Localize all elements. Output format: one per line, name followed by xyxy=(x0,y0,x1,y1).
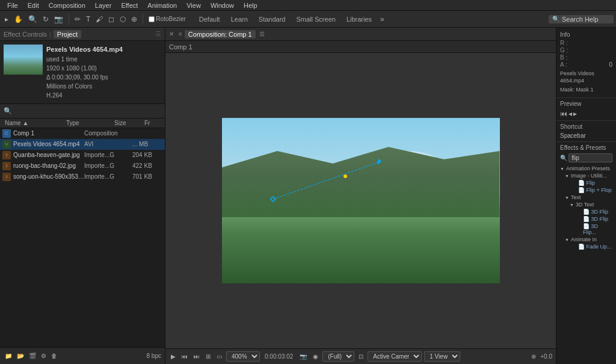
workspace-small-screen[interactable]: Small Screen xyxy=(291,14,340,24)
tool-pen[interactable]: ✏ xyxy=(72,14,83,25)
info-a-row: A : 0 xyxy=(560,61,612,68)
preview-prev-frame-btn[interactable]: ◂ xyxy=(568,110,572,118)
preview-first-btn[interactable]: ⏮ xyxy=(560,110,567,118)
preview-section: Preview ⏮ ◂ ▸ xyxy=(556,98,616,121)
tool-eraser[interactable]: ◻ xyxy=(106,14,117,25)
panel-icon: ≡ xyxy=(179,31,182,37)
preview-prev-btn[interactable]: ⏮ xyxy=(180,353,189,360)
delete-btn[interactable]: 🗑 xyxy=(50,351,58,360)
rotobezier-checkbox[interactable] xyxy=(149,16,155,22)
tree-animate-in[interactable]: Animate In xyxy=(565,236,612,243)
grid-btn[interactable]: ⊞ xyxy=(204,353,212,360)
menu-view[interactable]: View xyxy=(182,2,206,9)
workspace-default[interactable]: Default xyxy=(194,14,225,24)
menu-effect[interactable]: Effect xyxy=(116,2,143,9)
zoom-dropdown[interactable]: 400% xyxy=(226,351,260,362)
search-input[interactable] xyxy=(562,16,610,23)
file-row-name: Pexels Videos 4654.mp4 xyxy=(13,141,84,147)
quality-dropdown[interactable]: (Full) xyxy=(322,351,354,362)
settings-btn[interactable]: ⚙ xyxy=(40,351,48,360)
list-item[interactable]: I song-uon-khuc-590x353.jpg Importe...G … xyxy=(0,171,165,182)
viewer-canvas[interactable] xyxy=(222,118,500,283)
col-header-size[interactable]: Size xyxy=(114,120,144,126)
rotobezier-toggle[interactable]: RotoBezier xyxy=(146,14,188,23)
workspace-more[interactable]: » xyxy=(378,14,387,25)
triangle-open-icon xyxy=(565,194,569,200)
tree-animate-children: 📄 Fade Up... xyxy=(565,243,612,250)
preview-next-frame-btn[interactable]: ▸ xyxy=(573,110,577,118)
effects-search-input[interactable] xyxy=(568,153,612,162)
new-comp-btn[interactable]: 📁 xyxy=(4,351,13,360)
project-search-input[interactable] xyxy=(14,107,161,114)
res-btn[interactable]: ⊡ xyxy=(357,353,365,360)
tree-leaf-fadeup[interactable]: 📄 Fade Up... xyxy=(570,243,612,250)
panel-menu-btn[interactable]: ☰ xyxy=(155,30,161,38)
tree-leaf-3dflip1[interactable]: 📄 3D Flip xyxy=(574,208,612,215)
tree-animation-presets[interactable]: Animation Presets xyxy=(560,165,612,172)
search-icon: 🔍 xyxy=(552,16,559,22)
project-tab[interactable]: Project xyxy=(54,30,81,39)
tool-puppet[interactable]: ⊕ xyxy=(129,14,140,25)
tool-text[interactable]: T xyxy=(84,14,93,25)
list-item[interactable]: I Quanba-heaven-gate.jpg Importe...G 204… xyxy=(0,150,165,161)
snapshot-btn[interactable]: 📷 xyxy=(298,353,309,360)
workspace-libraries[interactable]: Libraries xyxy=(342,14,377,24)
tree-leaf-3dflip3[interactable]: 📄 3D Flip... xyxy=(574,223,612,236)
shortcut-value: Spacebar xyxy=(560,132,612,139)
triangle-open-icon xyxy=(570,202,574,208)
tool-camera[interactable]: 📷 xyxy=(52,14,66,25)
tool-roto[interactable]: ⬡ xyxy=(117,14,128,25)
triangle-open-icon xyxy=(565,236,569,242)
panel-close-btn[interactable]: ✕ xyxy=(169,31,174,37)
comp-icon: C xyxy=(2,129,11,138)
file-codec: H.264 xyxy=(46,91,123,100)
panel-header-project: Effect Controls | Project ☰ xyxy=(0,28,165,41)
menu-window[interactable]: Window xyxy=(206,2,239,9)
file-duration: Δ 0:00:30;09, 30.00 fps xyxy=(46,73,123,82)
menu-file[interactable]: File xyxy=(2,2,23,9)
main-layout: Effect Controls | Project ☰ Pexels Video… xyxy=(0,28,616,364)
tree-leaf-flip-flop[interactable]: 📄 Flip + Flop xyxy=(570,187,612,194)
new-item-btn[interactable]: 🎬 xyxy=(28,351,37,360)
tree-image-utilities-item[interactable]: Image - Utiliti... xyxy=(565,172,612,179)
tool-zoom[interactable]: 🔍 xyxy=(26,14,40,25)
info-filename: Pexels Videos 4654.mp4 xyxy=(560,70,612,84)
preview-next-btn[interactable]: ⏭ xyxy=(192,353,202,360)
menu-animation[interactable]: Animation xyxy=(143,2,182,9)
menu-composition[interactable]: Composition xyxy=(44,2,90,9)
tree-leaf-flip[interactable]: 📄 Flip xyxy=(570,179,612,187)
new-folder-btn[interactable]: 📂 xyxy=(16,351,25,360)
workspace-learn[interactable]: Learn xyxy=(226,14,253,24)
workspace-standard[interactable]: Standard xyxy=(254,14,291,24)
output-btn[interactable]: ⊕ xyxy=(529,353,538,360)
list-item[interactable]: V Pexels Videos 4654.mp4 AVI ... MB xyxy=(0,139,165,150)
project-search-icon: 🔍 xyxy=(4,107,12,115)
tab-menu-icon[interactable]: ☰ xyxy=(259,31,265,37)
list-item[interactable]: I ruong-bac-thang-02.jpg Importe...G 422… xyxy=(0,161,165,171)
tool-hand[interactable]: ✋ xyxy=(11,14,25,25)
view-dropdown[interactable]: 1 View xyxy=(424,351,460,362)
col-header-fr[interactable]: Fr xyxy=(144,120,162,126)
camera-dropdown[interactable]: Active Camera xyxy=(368,351,422,362)
menu-layer[interactable]: Layer xyxy=(90,2,117,9)
tool-brush[interactable]: 🖌 xyxy=(93,14,105,25)
tree-leaf-3dflip2[interactable]: 📄 3D Flip xyxy=(574,215,612,223)
menu-edit[interactable]: Edit xyxy=(23,2,44,9)
file-row-name: song-uon-khuc-590x353.jpg xyxy=(13,173,84,180)
show-channel-btn[interactable]: ◉ xyxy=(311,353,320,360)
region-btn[interactable]: ▭ xyxy=(215,353,224,360)
menu-help[interactable]: Help xyxy=(239,2,262,9)
tool-select[interactable]: ▸ xyxy=(2,14,11,25)
col-header-name[interactable]: Name ▲ xyxy=(2,120,66,126)
tree-text[interactable]: Text xyxy=(565,194,612,201)
preview-play-btn[interactable]: ▶ xyxy=(169,353,177,360)
info-panel: Info R : G : B : A : 0 Pexels Videos 465… xyxy=(556,28,616,98)
effect-controls-tab[interactable]: Effect Controls xyxy=(4,31,47,38)
list-item[interactable]: C Comp 1 Composition xyxy=(0,128,165,139)
comp-tab-bar: ✕ ≡ Composition: Comp 1 ☰ xyxy=(165,28,556,41)
tool-rotate[interactable]: ↻ xyxy=(40,14,51,25)
file-list: Name ▲ Type Size Fr C Comp 1 Composition… xyxy=(0,119,165,348)
col-header-type[interactable]: Type xyxy=(66,120,114,126)
tree-3dtext[interactable]: 3D Text xyxy=(570,201,612,208)
comp-tab[interactable]: Composition: Comp 1 xyxy=(185,30,256,39)
